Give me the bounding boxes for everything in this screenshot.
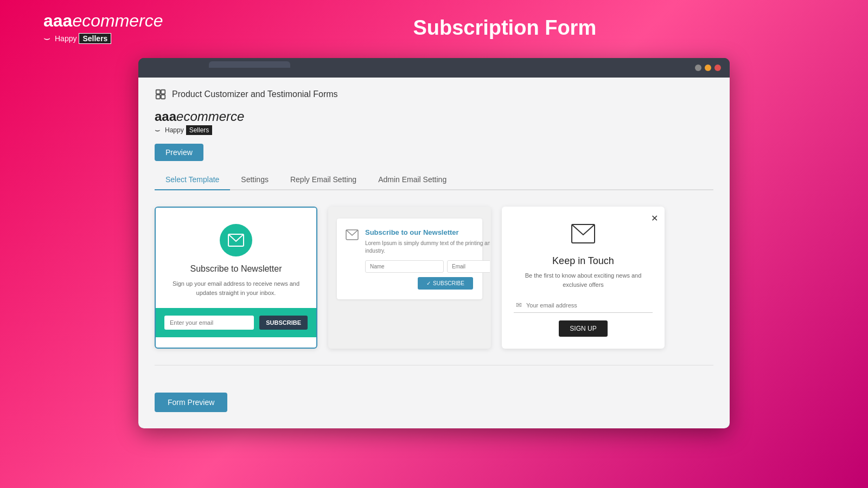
dot-maximize[interactable]: [705, 65, 711, 71]
plugin-icon: [155, 88, 167, 100]
separator: [155, 365, 713, 365]
card1-title: Subscribe to Newsletter: [167, 264, 305, 274]
svg-rect-3: [161, 95, 165, 99]
svg-rect-1: [161, 90, 165, 94]
dot-minimize[interactable]: [695, 65, 701, 71]
template-card-1[interactable]: Subscribe to Newsletter Sign up your ema…: [155, 207, 317, 349]
tabs: Select Template Settings Reply Email Set…: [155, 170, 713, 190]
inner-tagline: ⌣ Happy Sellers: [155, 125, 713, 135]
tab-settings[interactable]: Settings: [230, 170, 279, 190]
card2-mail-icon: [346, 229, 359, 243]
template-card-3[interactable]: ✕ Keep in Touch Be the first to know abo…: [502, 207, 665, 349]
card1-subscribe-button[interactable]: SUBSCRIBE: [259, 316, 308, 330]
sellers-badge: Sellers: [79, 33, 111, 44]
browser-controls: [695, 65, 721, 71]
close-icon[interactable]: ✕: [651, 213, 658, 223]
tab-admin-email[interactable]: Admin Email Setting: [367, 170, 457, 190]
card1-bottom: SUBSCRIBE: [156, 308, 316, 337]
page-title: Subscription Form: [185, 16, 825, 40]
svg-rect-0: [156, 90, 160, 94]
top-header: aaaecommerce ⌣ Happy Sellers Subscriptio…: [0, 0, 868, 55]
card3-title: Keep in Touch: [514, 255, 653, 267]
svg-rect-2: [156, 95, 160, 99]
inner-sellers-badge: Sellers: [186, 125, 213, 135]
header-brand: aaaecommerce: [43, 11, 163, 31]
tab-reply-email[interactable]: Reply Email Setting: [279, 170, 367, 190]
card2-right: Subscribe to our Newsletter Lorem Ipsum …: [365, 228, 491, 290]
card1-top: Subscribe to Newsletter Sign up your ema…: [156, 208, 316, 308]
inner-logo: aaaecommerce ⌣ Happy Sellers: [155, 109, 713, 135]
card2-title: Subscribe to our Newsletter: [365, 228, 491, 236]
plugin-title: Product Customizer and Testimonial Forms: [172, 89, 338, 99]
card1-email-input[interactable]: [164, 316, 254, 330]
card2-email-input[interactable]: [447, 260, 491, 273]
card2-subscribe-button[interactable]: ✓ SUBSCRIBE: [418, 277, 473, 290]
browser-tab[interactable]: [209, 61, 290, 68]
tab-select-template[interactable]: Select Template: [155, 170, 230, 190]
card3-input-mail-icon: ✉: [516, 301, 522, 309]
preview-button[interactable]: Preview: [155, 144, 203, 161]
browser-titlebar: [138, 58, 730, 78]
card3-input-wrap: ✉: [514, 298, 653, 313]
dot-close[interactable]: [714, 65, 721, 71]
inner-smile-icon: ⌣: [155, 125, 161, 135]
plugin-header: Product Customizer and Testimonial Forms: [155, 88, 713, 100]
templates-container: Subscribe to Newsletter Sign up your ema…: [155, 201, 713, 354]
header-logo: aaaecommerce ⌣ Happy Sellers: [43, 11, 163, 44]
card2-name-input[interactable]: [365, 260, 444, 273]
card2-desc: Lorem Ipsum is simply dummy text of the …: [365, 240, 491, 255]
card2-check-icon: ✓: [426, 280, 431, 286]
card1-mail-icon: [220, 224, 252, 256]
card1-desc: Sign up your email address to receive ne…: [167, 279, 305, 297]
card3-desc: Be the first to know about exciting news…: [514, 271, 653, 289]
header-tagline: ⌣ Happy Sellers: [43, 32, 163, 44]
card3-signup-button[interactable]: SIGN UP: [559, 320, 607, 337]
inner-brand: aaaecommerce: [155, 109, 713, 124]
form-preview-button[interactable]: Form Preview: [155, 393, 227, 412]
template-card-2[interactable]: Subscribe to our Newsletter Lorem Ipsum …: [328, 207, 491, 349]
browser-content: Product Customizer and Testimonial Forms…: [138, 78, 730, 428]
card2-fields: [365, 260, 491, 273]
card3-email-input[interactable]: [526, 302, 650, 309]
card2-inner: Subscribe to our Newsletter Lorem Ipsum …: [337, 219, 482, 299]
card3-mail-icon: [514, 224, 653, 248]
smile-icon: ⌣: [43, 32, 50, 44]
browser-window: Product Customizer and Testimonial Forms…: [138, 58, 730, 428]
